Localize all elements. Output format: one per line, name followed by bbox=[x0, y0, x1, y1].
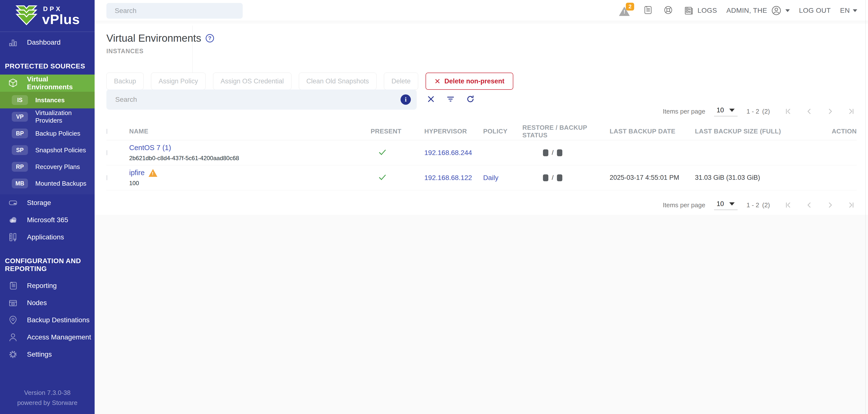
instance-name-link[interactable]: CentOS 7 (1) bbox=[129, 144, 371, 152]
column-header-last-backup-size[interactable]: LAST BACKUP SIZE (FULL) bbox=[695, 127, 798, 135]
restore-status-icon[interactable] bbox=[543, 149, 548, 156]
sidebar-item-dashboard[interactable]: Dashboard bbox=[0, 34, 95, 51]
info-icon[interactable]: i bbox=[401, 94, 411, 105]
logs-button[interactable]: LOGS bbox=[683, 5, 717, 16]
notifications-warning-icon[interactable]: ! 2 bbox=[619, 4, 633, 18]
sidebar-item-backup-destinations[interactable]: Backup Destinations bbox=[0, 312, 95, 329]
table-row: ipfire ! 100 192.168.68.122 Daily / bbox=[106, 165, 857, 190]
global-search-input[interactable] bbox=[106, 3, 243, 19]
assign-os-credential-button[interactable]: Assign OS Credential bbox=[213, 72, 291, 90]
table-row: CentOS 7 (1) 2b621db0-c8d4-437f-5c61-420… bbox=[106, 140, 857, 165]
language-select[interactable]: EN bbox=[840, 7, 857, 14]
previous-page-button[interactable] bbox=[802, 105, 816, 118]
page-title: Virtual Environments bbox=[106, 32, 201, 44]
page-range: 1 - 2(2) bbox=[746, 201, 770, 209]
help-icon[interactable]: ? bbox=[206, 34, 214, 42]
hypervisor-link[interactable]: 192.168.68.244 bbox=[424, 149, 483, 157]
scroll-icon bbox=[7, 280, 19, 291]
items-per-page-select[interactable]: 10 bbox=[714, 200, 738, 210]
chevron-down-icon bbox=[729, 202, 735, 206]
app-logo[interactable]: DPX vPlus bbox=[0, 0, 95, 32]
restore-backup-status: / bbox=[522, 149, 610, 156]
language-label: EN bbox=[840, 7, 850, 14]
next-page-button[interactable] bbox=[824, 198, 837, 212]
sidebar-item-storage[interactable]: Storage bbox=[0, 194, 95, 211]
sidebar-item-nodes[interactable]: Nodes bbox=[0, 294, 95, 312]
clear-filter-icon[interactable] bbox=[427, 95, 435, 105]
sidebar-subitem-instances[interactable]: IS Instances bbox=[0, 92, 95, 109]
backup-button[interactable]: Backup bbox=[106, 72, 144, 90]
user-name-label: ADMIN, THE bbox=[726, 7, 767, 14]
clean-old-snapshots-button[interactable]: Clean Old Snapshots bbox=[299, 72, 376, 90]
mb-badge: MB bbox=[12, 179, 28, 188]
sidebar-subitem-recovery-plans[interactable]: RP Recovery Plans bbox=[0, 158, 95, 175]
sp-badge: SP bbox=[12, 145, 28, 155]
sidebar-subitem-snapshot-policies[interactable]: SP Snapshot Policies bbox=[0, 142, 95, 158]
version-number: Version 7.3.0-38 bbox=[0, 388, 95, 397]
first-page-button[interactable] bbox=[781, 105, 795, 118]
restore-backup-status: / bbox=[522, 174, 610, 181]
sidebar-subitem-backup-policies[interactable]: BP Backup Policies bbox=[0, 125, 95, 142]
sidebar-item-label: Reporting bbox=[23, 282, 57, 290]
tasks-scroll-icon[interactable] bbox=[642, 4, 653, 17]
first-page-button[interactable] bbox=[781, 198, 795, 212]
sidebar-subitem-label: Recovery Plans bbox=[35, 163, 80, 171]
sidebar-item-microsoft-365[interactable]: Microsoft 365 bbox=[0, 211, 95, 229]
filter-icon[interactable] bbox=[446, 95, 455, 105]
items-per-page-select[interactable]: 10 bbox=[714, 107, 738, 116]
sidebar-item-virtual-environments[interactable]: Virtual Environments bbox=[0, 75, 95, 92]
column-header-status[interactable]: RESTORE / BACKUP STATUS bbox=[522, 124, 610, 139]
column-header-present[interactable]: PRESENT bbox=[371, 127, 424, 135]
sidebar-section-protected-sources: PROTECTED SOURCES bbox=[0, 51, 95, 75]
sidebar-submenu-virtual-environments: IS Instances VP Virtualization Providers… bbox=[0, 92, 95, 194]
storage-drive-icon bbox=[7, 197, 19, 208]
select-all-checkbox[interactable] bbox=[106, 129, 107, 134]
instance-name-link[interactable]: ipfire ! bbox=[129, 169, 371, 177]
topbar-right: ! 2 LOGS bbox=[619, 0, 857, 21]
column-header-action: ACTION bbox=[798, 127, 857, 135]
refresh-icon[interactable] bbox=[466, 94, 475, 105]
column-header-name[interactable]: NAME bbox=[129, 127, 371, 135]
notification-count-badge: 2 bbox=[626, 3, 634, 10]
delete-button[interactable]: Delete bbox=[384, 72, 418, 90]
column-header-policy[interactable]: POLICY bbox=[483, 127, 522, 135]
paginator-bottom: Items per page 10 1 - 2(2) bbox=[663, 198, 858, 212]
sidebar-subitem-mounted-backups[interactable]: MB Mounted Backups bbox=[0, 175, 95, 192]
previous-page-button[interactable] bbox=[802, 198, 816, 212]
sidebar-item-reporting[interactable]: Reporting bbox=[0, 277, 95, 294]
restore-status-icon[interactable] bbox=[543, 174, 548, 181]
sidebar-item-applications[interactable]: Applications bbox=[0, 229, 95, 246]
user-menu[interactable]: ADMIN, THE bbox=[726, 4, 789, 17]
paginator-top: Items per page 10 1 - 2(2) bbox=[663, 105, 858, 118]
table-filter-row: i bbox=[106, 90, 475, 110]
sidebar-subitem-label: Backup Policies bbox=[35, 130, 81, 137]
table-search-input[interactable] bbox=[106, 90, 417, 110]
next-page-button[interactable] bbox=[824, 105, 837, 118]
backup-status-icon[interactable] bbox=[557, 149, 562, 156]
logout-button[interactable]: LOG OUT bbox=[799, 7, 831, 14]
backup-status-icon[interactable] bbox=[557, 174, 562, 181]
chevron-down-icon bbox=[729, 109, 735, 112]
sidebar-subitem-virtualization-providers[interactable]: VP Virtualization Providers bbox=[0, 109, 95, 125]
hypervisor-link[interactable]: 192.168.68.122 bbox=[424, 174, 483, 182]
row-checkbox[interactable] bbox=[106, 150, 107, 155]
cloud-icon bbox=[7, 214, 19, 226]
delete-non-present-button[interactable]: ✕ Delete non-present bbox=[426, 72, 513, 90]
policy-link[interactable]: Daily bbox=[483, 174, 522, 182]
logo-chevron-icon bbox=[15, 5, 38, 27]
sidebar-item-settings[interactable]: Settings bbox=[0, 346, 95, 363]
rp-badge: RP bbox=[12, 162, 28, 172]
topbar: ! 2 LOGS bbox=[95, 0, 868, 21]
sidebar-subitem-label: Virtualization Providers bbox=[35, 109, 95, 124]
column-header-hypervisor[interactable]: HYPERVISOR bbox=[424, 127, 483, 135]
help-lifebuoy-icon[interactable] bbox=[662, 4, 674, 17]
bar-chart-icon bbox=[7, 37, 19, 48]
assign-policy-button[interactable]: Assign Policy bbox=[151, 72, 206, 90]
column-header-last-backup-date[interactable]: LAST BACKUP DATE bbox=[610, 127, 695, 135]
sidebar-item-access-management[interactable]: Access Management bbox=[0, 329, 95, 346]
warning-triangle-icon[interactable]: ! bbox=[149, 169, 157, 177]
last-page-button[interactable] bbox=[844, 198, 858, 212]
sidebar-item-label: Access Management bbox=[23, 333, 91, 341]
row-checkbox[interactable] bbox=[106, 175, 107, 180]
last-page-button[interactable] bbox=[844, 105, 858, 118]
